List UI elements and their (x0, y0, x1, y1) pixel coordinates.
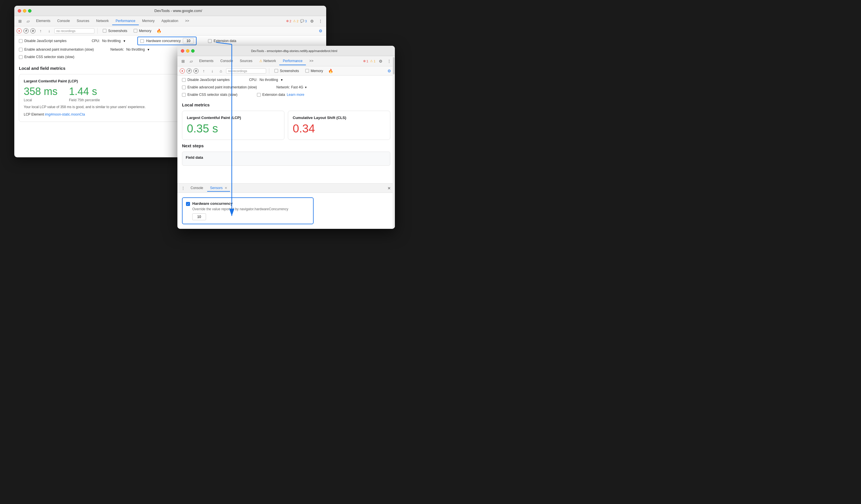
settings-icon[interactable]: ⚙ (309, 18, 315, 25)
hw-concurrency-input-back[interactable] (183, 38, 194, 44)
bottom-panel: ⋮ Console Sensors ✕ ✕ Hardware concurren… (177, 183, 395, 229)
front-enable-css-checkbox[interactable] (182, 93, 186, 97)
more-options-icon[interactable]: ⋮ (317, 18, 324, 25)
memory-checkbox[interactable] (134, 29, 137, 32)
front-memory-checkbox[interactable] (305, 69, 309, 73)
network-value-back: No throttling (126, 47, 145, 52)
front-flame-icon[interactable]: 🔥 (327, 68, 334, 74)
recordings-input[interactable]: no recordings (54, 28, 94, 33)
extension-data-checkbox-back[interactable] (208, 39, 212, 43)
front-device-icon[interactable]: ▱ (188, 58, 194, 65)
reload-button[interactable]: ↺ (24, 28, 29, 33)
front-tab-network[interactable]: ⚠ Network (256, 57, 279, 65)
hw-concurrency-checkbox-back[interactable] (140, 39, 144, 43)
front-enable-paint-checkbox[interactable] (182, 85, 186, 89)
screenshots-checkbox[interactable] (103, 29, 107, 32)
front-extension-data-label: Extension data (262, 93, 285, 97)
minimize-button[interactable] (23, 9, 26, 13)
front-minimize-button[interactable] (186, 49, 189, 53)
toolbar-separator (97, 28, 98, 34)
lcp-field-value: 1.44 s (69, 85, 100, 98)
hw-sensors-checkbox[interactable] (186, 202, 190, 206)
tab-memory[interactable]: Memory (139, 17, 158, 25)
front-recordings-input[interactable]: no recordings (226, 68, 266, 73)
network-dropdown-icon-back[interactable]: ▼ (147, 48, 150, 51)
front-warn-badge: ⚠ 1 (370, 59, 375, 63)
settings2-icon[interactable]: ⚙ (317, 27, 324, 34)
front-tab-performance[interactable]: Performance (279, 57, 306, 65)
tab-network[interactable]: Network (93, 17, 112, 25)
flame-icon[interactable]: 🔥 (155, 27, 162, 34)
front-enable-paint-row: Enable advanced paint instrumentation (s… (180, 84, 259, 90)
front-reload-button[interactable]: ↺ (187, 68, 192, 73)
front-separator (269, 68, 269, 74)
lcp-selector-link[interactable]: img#moon-static.moonCta (45, 112, 85, 116)
enable-paint-checkbox[interactable] (19, 48, 23, 52)
cpu-dropdown-icon[interactable]: ▼ (123, 40, 126, 43)
front-more-icon[interactable]: ⋮ (386, 58, 393, 65)
front-inspector-icon[interactable]: ⊞ (180, 58, 187, 65)
maximize-button[interactable] (28, 9, 31, 13)
metrics-grid: Largest Contentful Paint (LCP) 0.35 s Cu… (182, 111, 390, 140)
device-icon[interactable]: ▱ (25, 18, 31, 25)
sensors-tab-close-icon[interactable]: ✕ (224, 186, 227, 190)
hw-sensors-header: Hardware concurrency (186, 201, 310, 206)
inspector-icon[interactable]: ⊞ (17, 18, 24, 25)
front-tab-elements[interactable]: Elements (196, 57, 217, 65)
download-icon[interactable]: ↓ (46, 27, 53, 34)
upload-icon[interactable]: ↑ (37, 27, 44, 34)
hw-sensors-input[interactable] (192, 213, 206, 220)
front-network-dropdown-icon[interactable]: ▼ (304, 86, 307, 89)
local-metrics-title: Local metrics (182, 102, 390, 107)
front-tab-console[interactable]: Console (217, 57, 236, 65)
bottom-tab-sensors[interactable]: Sensors ✕ (207, 185, 230, 192)
learn-more-link[interactable]: Learn more (287, 93, 304, 97)
stop-button[interactable]: ⊘ (30, 28, 36, 33)
memory-checkbox-row: Memory (131, 28, 154, 34)
back-toolbar2: ● ↺ ⊘ ↑ ↓ no recordings Screenshots Memo… (14, 26, 326, 36)
error-badge: ⊗ 2 (286, 19, 291, 23)
front-extension-data-row: Extension data Learn more (257, 93, 304, 97)
bottom-tab-console[interactable]: Console (188, 185, 206, 192)
enable-css-checkbox[interactable] (19, 55, 23, 59)
front-cls-title: Cumulative Layout Shift (CLS) (293, 115, 385, 120)
cpu-value: No throttling (102, 39, 121, 43)
front-window-title: DevTools - emscripten-dbg-stories.netlif… (197, 49, 392, 53)
tab-performance[interactable]: Performance (112, 17, 139, 25)
front-stop-button[interactable]: ⊘ (193, 68, 199, 73)
front-close-button[interactable] (181, 49, 184, 53)
tab-sources[interactable]: Sources (73, 17, 93, 25)
front-options-row3: Enable CSS selector stats (slow) Extensi… (180, 92, 393, 98)
options-row1: Disable JavaScript samples CPU: No throt… (17, 37, 324, 45)
tab-elements[interactable]: Elements (32, 17, 54, 25)
front-upload-icon[interactable]: ↑ (200, 68, 207, 74)
enable-paint-label: Enable advanced paint instrumentation (s… (24, 47, 94, 52)
network-label-back: Network: (110, 47, 124, 52)
front-settings2-icon[interactable]: ⚙ (386, 68, 393, 74)
front-options-row1: Disable JavaScript samples CPU: No throt… (180, 76, 393, 83)
front-download-icon[interactable]: ↓ (209, 68, 216, 74)
tab-console[interactable]: Console (54, 17, 73, 25)
front-cpu-dropdown-icon[interactable]: ▼ (281, 79, 283, 82)
front-toolbar-icons: ⊗ 1 ⚠ 1 ⚙ ⋮ (363, 58, 393, 65)
record-button[interactable]: ● (17, 28, 22, 33)
close-button[interactable] (18, 9, 21, 13)
front-tab-sources[interactable]: Sources (236, 57, 256, 65)
front-cpu-label: CPU: (249, 78, 257, 82)
bottom-panel-close-icon[interactable]: ✕ (386, 185, 393, 192)
front-disable-js-checkbox[interactable] (182, 78, 186, 82)
disable-js-checkbox[interactable] (19, 39, 23, 43)
front-cls-card: Cumulative Layout Shift (CLS) 0.34 (288, 111, 390, 140)
bottom-panel-menu-icon[interactable]: ⋮ (180, 185, 187, 192)
front-extension-data-checkbox[interactable] (257, 93, 261, 97)
front-tab-more[interactable]: >> (306, 57, 317, 65)
front-screenshots-checkbox[interactable] (274, 69, 278, 73)
front-settings-icon[interactable]: ⚙ (377, 58, 384, 65)
front-screenshots-label: Screenshots (280, 69, 299, 73)
front-maximize-button[interactable] (191, 49, 194, 53)
tab-application[interactable]: Application (158, 17, 182, 25)
scrollbar[interactable] (393, 56, 395, 229)
tab-more[interactable]: >> (182, 17, 193, 25)
front-home-icon[interactable]: ⌂ (217, 68, 224, 74)
front-record-button[interactable]: ● (180, 68, 185, 73)
